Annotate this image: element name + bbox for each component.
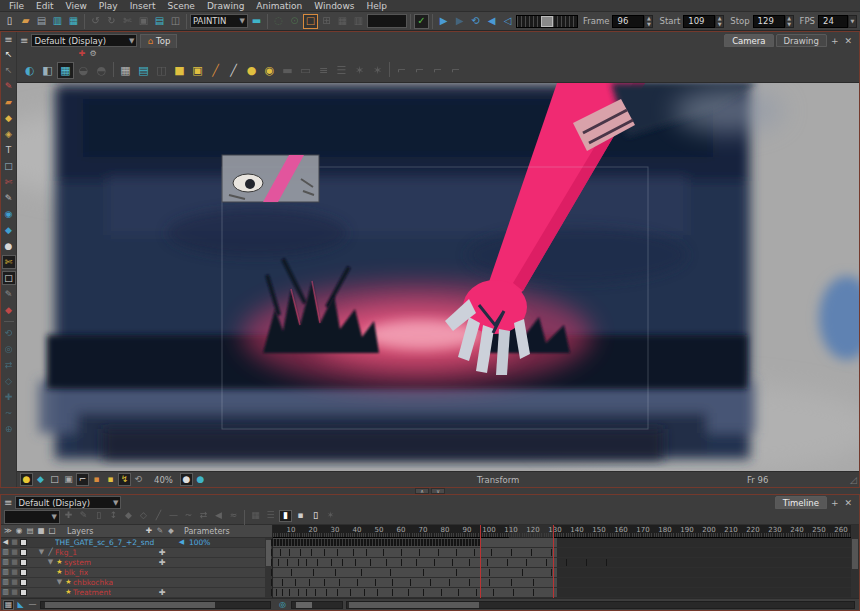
jog-thumb[interactable] <box>541 16 553 27</box>
clipboard-icon[interactable]: ▤ <box>152 14 167 29</box>
select-tool[interactable]: ↖ <box>2 47 16 61</box>
dropper-tool[interactable]: ◆ <box>2 223 16 237</box>
color-swatch[interactable] <box>20 539 27 546</box>
add-tab-icon[interactable]: + <box>829 498 841 508</box>
outline-col-icon[interactable]: □ <box>47 526 57 536</box>
layer-type-icon[interactable]: ▥ <box>1 588 10 597</box>
rotate-view-tool[interactable]: ⟲ <box>2 326 16 340</box>
color-swatch[interactable] <box>20 549 27 556</box>
library-icon[interactable]: ◫ <box>168 14 183 29</box>
depth-view-icon[interactable]: ◓ <box>93 62 110 79</box>
lock-icon[interactable]: ■ <box>10 548 19 557</box>
tracks-vscrollbar[interactable] <box>851 525 859 598</box>
fps-dropdown[interactable]: ▼ <box>848 15 857 28</box>
contour-editor-tool[interactable]: ✎ <box>2 287 16 301</box>
track-row[interactable] <box>273 538 851 548</box>
volume-icon[interactable]: ≈ <box>227 510 240 522</box>
ink-tool[interactable]: ◈ <box>2 127 16 141</box>
transform-box-tool[interactable]: □ <box>2 271 16 285</box>
resize-grip-icon[interactable]: ◿ <box>850 475 857 485</box>
layer-row[interactable]: ▥■▼╱Fkg_1✚ <box>1 548 272 558</box>
line-straight-icon[interactable]: ╱ <box>225 62 242 79</box>
snap-contour-icon[interactable]: ✶ <box>369 62 386 79</box>
lock-add-icon[interactable]: ▣ <box>189 62 206 79</box>
lock-icon[interactable]: ■ <box>171 62 188 79</box>
eraser-tool[interactable]: ▰ <box>2 95 16 109</box>
color-swatch[interactable] <box>20 579 27 586</box>
paste-all-mode-icon[interactable]: ▮ <box>279 510 292 522</box>
layer-type-icon[interactable]: ▥ <box>1 548 10 557</box>
menu-edit[interactable]: Edit <box>30 0 59 12</box>
layer-name[interactable]: THE_GATE_sc_6_7_+2_snd <box>55 538 154 547</box>
drawing-star-icon[interactable]: ★ <box>64 578 73 587</box>
close-tab-icon[interactable]: ✕ <box>842 498 854 508</box>
motion-keyframe-icon[interactable]: ╱ <box>152 510 165 522</box>
sound-wedge-icon[interactable]: ◣ <box>15 600 26 610</box>
frame-outline-icon[interactable]: □ <box>48 473 61 486</box>
add-layer-icon[interactable]: ✚ <box>144 526 154 536</box>
camera-frame-icon[interactable]: ⌐ <box>76 473 89 486</box>
transform-tool[interactable]: ↖ <box>2 63 16 77</box>
track-row[interactable] <box>273 548 851 558</box>
paste-template-icon[interactable]: ▥ <box>50 14 65 29</box>
playhead-line[interactable] <box>480 525 481 598</box>
reset-view-tool[interactable]: ◎ <box>2 342 16 356</box>
drawing-star-icon[interactable]: ★ <box>55 568 64 577</box>
expand-plus-icon[interactable]: ✚ <box>159 548 166 557</box>
matte-view-icon[interactable]: ◒ <box>75 62 92 79</box>
frame-value[interactable]: 96 <box>612 15 644 28</box>
no-z-drag-icon[interactable]: ⊞ <box>319 14 334 29</box>
bulb-icon[interactable]: ● <box>20 473 33 486</box>
drawing-star-icon[interactable]: ★ <box>64 588 73 597</box>
layer-name[interactable]: Fkg_1 <box>55 548 77 557</box>
opengl-view-icon[interactable]: ◧ <box>39 62 56 79</box>
delete-layer-icon[interactable]: ▯ <box>92 510 105 522</box>
stop-marker-line[interactable] <box>553 525 554 598</box>
add-peg-layer-icon[interactable]: ◆ <box>166 526 176 536</box>
sound-icon[interactable]: ◀ <box>484 14 499 29</box>
marquee-tool[interactable]: □ <box>2 159 16 173</box>
black-circle-icon[interactable]: ● <box>180 473 193 486</box>
curve-tool[interactable]: ~ <box>2 406 16 420</box>
track-row[interactable] <box>273 588 851 598</box>
cutter-tool[interactable]: ✄ <box>2 175 16 189</box>
ease-icon[interactable]: ~ <box>182 510 195 522</box>
fps-value[interactable]: 24 <box>818 15 848 28</box>
expand-plus-icon[interactable]: ✚ <box>159 558 166 567</box>
tab-camera[interactable]: Camera <box>724 34 773 47</box>
perspective-tool[interactable]: ◇ <box>2 374 16 388</box>
pencil-tool[interactable]: ✎ <box>2 191 16 205</box>
flip-tool[interactable]: ⇄ <box>2 358 16 372</box>
zoom-timeline-icon[interactable]: ◎ <box>277 600 288 610</box>
layer-type-icon[interactable]: ▥ <box>1 568 10 577</box>
lock-small-icon[interactable]: ▪ <box>90 473 103 486</box>
paint-tool[interactable]: ◆ <box>2 111 16 125</box>
expander-icon[interactable]: ▼ <box>37 548 46 557</box>
grid-icon[interactable]: ▦ <box>117 62 134 79</box>
thumbnails-icon[interactable]: ▦ <box>249 510 262 522</box>
paste-special-mode-icon[interactable]: ▯ <box>309 510 322 522</box>
layer-row[interactable]: ▥■★Treatment✚ <box>1 588 272 598</box>
pin-icon[interactable]: ✚ <box>77 49 87 59</box>
tracks-hscrollbar[interactable] <box>346 601 855 609</box>
layer-type-icon[interactable]: ▥ <box>1 578 10 587</box>
collapse-icon[interactable]: ↕ <box>107 510 120 522</box>
menu-insert[interactable]: Insert <box>124 0 162 12</box>
stamp-tool[interactable]: ◆ <box>2 303 16 317</box>
color-swatch[interactable] <box>20 569 27 576</box>
remove-keyframe-icon[interactable]: ◇ <box>137 510 150 522</box>
onion-skin-icon[interactable]: ◉ <box>261 62 278 79</box>
corner-remove-icon[interactable]: ⌐ <box>447 62 464 79</box>
refresh-icon[interactable]: ⟲ <box>132 473 145 486</box>
add-keyframe-icon[interactable]: ◆ <box>122 510 135 522</box>
speaker-icon[interactable]: ◀ <box>1 538 10 547</box>
grab-tool[interactable]: ✚ <box>2 390 16 404</box>
frames-icon[interactable]: ▣ <box>62 473 75 486</box>
frame-jog-slider[interactable] <box>516 15 578 28</box>
camera-view-icon[interactable]: ▦ <box>57 62 74 79</box>
thumbnail-col-icon[interactable]: ▤ <box>25 526 35 536</box>
layer-name[interactable]: system <box>64 558 91 567</box>
start-value[interactable]: 109 <box>683 15 715 28</box>
lock-icon[interactable]: ■ <box>10 588 19 597</box>
light-table-icon[interactable]: ● <box>243 62 260 79</box>
